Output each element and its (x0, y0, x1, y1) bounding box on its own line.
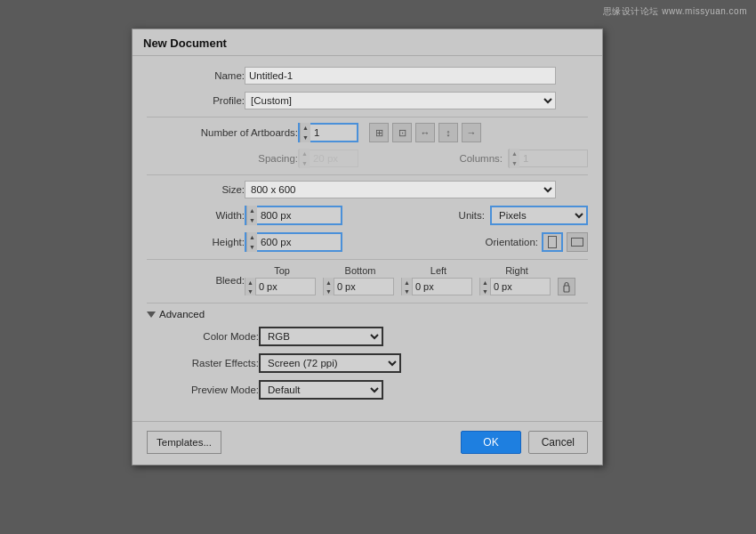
layout-horizontal-icon[interactable]: ↔ (415, 123, 435, 142)
artboards-spinbox: ▲ ▼ (298, 123, 358, 142)
raster-select[interactable]: Screen (72 ppi) Medium (150 ppi) High (3… (261, 355, 399, 371)
artboard-layout-icons: ⊞ ⊡ ↔ ↕ → (369, 123, 481, 142)
bleed-right-down[interactable]: ▼ (480, 287, 490, 295)
spacing-label: Spacing: (147, 153, 298, 164)
svg-rect-0 (564, 286, 569, 292)
spacing-input-wrap: ▲ ▼ (298, 150, 358, 167)
layout-vertical-icon[interactable]: ↕ (438, 123, 458, 142)
divider-3 (147, 259, 588, 260)
bleed-top-down[interactable]: ▼ (245, 287, 255, 295)
color-mode-select[interactable]: RGB CMYK (261, 328, 382, 344)
bleed-top-up[interactable]: ▲ (245, 278, 255, 287)
templates-button[interactable]: Templates... (147, 431, 221, 454)
artboards-input[interactable] (310, 125, 350, 140)
advanced-toggle[interactable]: Advanced (147, 309, 588, 320)
layout-expand-icon[interactable]: ⊡ (392, 123, 412, 142)
spacing-input[interactable] (310, 151, 354, 166)
dialog-title: New Document (133, 29, 602, 56)
orientation-buttons (542, 232, 588, 252)
width-down-btn[interactable]: ▼ (247, 215, 257, 225)
name-label: Name: (147, 70, 245, 81)
spacing-down-btn[interactable]: ▼ (300, 158, 310, 168)
bleed-left-up[interactable]: ▲ (402, 278, 412, 287)
bleed-left-label: Left (430, 265, 446, 276)
lock-icon (562, 281, 571, 293)
spacing-spinner[interactable]: ▲ ▼ (299, 149, 310, 168)
height-row: Height: ▲ ▼ Orientation: (147, 232, 588, 252)
preview-mode-row: Preview Mode: Default Pixel Overprint (161, 380, 588, 400)
width-spinner[interactable]: ▲ ▼ (246, 206, 257, 225)
new-document-dialog: New Document Name: Profile: [Custom] Num… (132, 28, 603, 465)
raster-select-box: Screen (72 ppi) Medium (150 ppi) High (3… (259, 353, 401, 373)
width-row: Width: ▲ ▼ Units: Pixels Points Picas In… (147, 206, 588, 225)
bleed-label: Bleed: (147, 275, 245, 286)
columns-spinbox: ▲ ▼ (508, 150, 588, 167)
bleed-right-up[interactable]: ▲ (480, 278, 490, 287)
columns-down-btn[interactable]: ▼ (510, 158, 519, 168)
divider-1 (147, 117, 588, 117)
bleed-top-spinbox: ▲ ▼ (245, 278, 316, 295)
spacing-up-btn[interactable]: ▲ (300, 149, 310, 158)
artboards-up-btn[interactable]: ▲ (301, 123, 310, 133)
color-mode-row: Color Mode: RGB CMYK (161, 327, 588, 346)
columns-up-btn[interactable]: ▲ (510, 149, 519, 158)
divider-2 (147, 174, 588, 175)
bleed-right-spinbox: ▲ ▼ (479, 278, 551, 295)
portrait-icon (548, 236, 557, 248)
width-input[interactable] (257, 208, 337, 222)
advanced-body: Color Mode: RGB CMYK Raster Effects: Scr… (147, 327, 588, 400)
bleed-bottom-down[interactable]: ▼ (324, 287, 334, 295)
advanced-arrow-icon (147, 312, 156, 318)
units-select[interactable]: Pixels Points Picas Inches Millimeters C… (492, 207, 586, 223)
cancel-button[interactable]: Cancel (528, 431, 588, 454)
name-row: Name: (147, 67, 588, 85)
size-row: Size: 800 x 600 (147, 181, 588, 198)
color-mode-label: Color Mode: (161, 331, 259, 342)
bleed-left-spinbox: ▲ ▼ (401, 278, 472, 295)
artboards-label: Number of Artboards: (147, 127, 298, 138)
bleed-right-spinner[interactable]: ▲ ▼ (480, 278, 491, 295)
watermark: 思缘设计论坛 www.missyuan.com (603, 5, 747, 18)
height-label: Height: (147, 237, 245, 247)
preview-select-box: Default Pixel Overprint (259, 380, 383, 400)
raster-row: Raster Effects: Screen (72 ppi) Medium (… (161, 353, 588, 373)
artboards-down-btn[interactable]: ▼ (301, 133, 310, 142)
height-input[interactable] (257, 235, 337, 249)
footer-actions: OK Cancel (461, 431, 588, 454)
name-input[interactable] (245, 67, 556, 85)
artboards-spinner[interactable]: ▲ ▼ (300, 123, 310, 142)
dialog-footer: Templates... OK Cancel (133, 421, 602, 465)
units-select-box: Pixels Points Picas Inches Millimeters C… (490, 206, 588, 225)
height-spinbox: ▲ ▼ (245, 232, 342, 252)
profile-select[interactable]: [Custom] (245, 92, 556, 109)
spacing-spinbox: ▲ ▼ (298, 150, 358, 167)
columns-spinner[interactable]: ▲ ▼ (509, 149, 519, 168)
size-select[interactable]: 800 x 600 (245, 181, 556, 198)
columns-label: Columns: (431, 153, 503, 164)
bleed-left-down[interactable]: ▼ (402, 287, 412, 295)
bleed-right-input[interactable] (491, 279, 619, 294)
layout-next-icon[interactable]: → (462, 123, 481, 142)
ok-button[interactable]: OK (461, 431, 520, 454)
portrait-btn[interactable] (542, 232, 563, 252)
orientation-label: Orientation: (486, 237, 538, 247)
artboards-row: Number of Artboards: ▲ ▼ ⊞ ⊡ ↔ ↕ → (147, 123, 588, 142)
bleed-left-spinner[interactable]: ▲ ▼ (402, 278, 413, 295)
height-up-btn[interactable]: ▲ (247, 232, 257, 242)
landscape-icon (571, 238, 583, 247)
bleed-lock-btn[interactable] (558, 278, 575, 295)
height-spinner[interactable]: ▲ ▼ (246, 232, 257, 252)
width-label: Width: (147, 210, 245, 221)
columns-input[interactable] (519, 151, 564, 166)
units-label: Units: (414, 210, 485, 221)
spacing-row: Spacing: ▲ ▼ Columns: ▲ ▼ (147, 150, 588, 167)
height-down-btn[interactable]: ▼ (247, 242, 257, 252)
layout-grid-icon[interactable]: ⊞ (369, 123, 389, 142)
bleed-top-spinner[interactable]: ▲ ▼ (245, 278, 256, 295)
bleed-bottom-spinner[interactable]: ▲ ▼ (324, 278, 334, 295)
bleed-bottom-spinbox: ▲ ▼ (323, 278, 394, 295)
width-up-btn[interactable]: ▲ (247, 206, 257, 215)
preview-select[interactable]: Default Pixel Overprint (261, 382, 382, 398)
bleed-bottom-up[interactable]: ▲ (324, 278, 334, 287)
landscape-btn[interactable] (567, 232, 588, 252)
